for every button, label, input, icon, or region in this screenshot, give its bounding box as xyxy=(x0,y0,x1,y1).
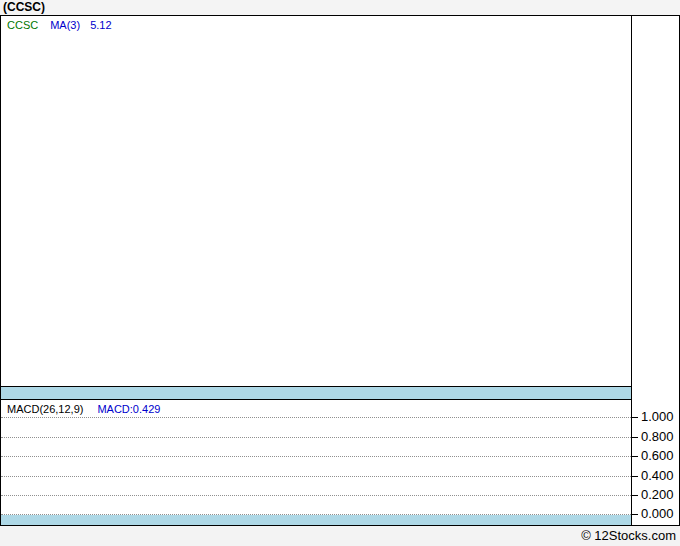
y-axis-tick-label: 0.400 xyxy=(641,469,674,483)
ma-label: MA(3) xyxy=(50,19,80,31)
macd-gridline-0.600 xyxy=(1,456,631,457)
macd-value-label: MACD:0.429 xyxy=(97,403,160,415)
y-axis-tick-label: 0.200 xyxy=(641,488,674,502)
macd-gridline-0.400 xyxy=(1,476,631,477)
macd-params-label: MACD(26,12,9) xyxy=(7,403,83,415)
stock-chart-page: (CCSC) CCSCMA(3)5.12 MACD(26,12,9)MACD:0… xyxy=(0,0,680,546)
macd-gridline-0.800 xyxy=(1,437,631,438)
y-axis-tick xyxy=(632,417,638,418)
panel-separator-band-top xyxy=(1,386,631,400)
y-axis-tick-label: 0.000 xyxy=(641,507,674,521)
y-axis-tick xyxy=(632,476,638,477)
macd-legend: MACD(26,12,9)MACD:0.429 xyxy=(7,403,160,415)
y-axis-tick xyxy=(632,437,638,438)
ticker-symbol-label: CCSC xyxy=(7,19,38,31)
panel-separator-band-bottom xyxy=(1,515,631,525)
y-axis-tick xyxy=(632,514,638,515)
ma-value: 5.12 xyxy=(90,19,111,31)
y-axis-tick-label: 1.000 xyxy=(641,410,674,424)
page-title: (CCSC) xyxy=(3,0,45,15)
y-axis-line xyxy=(631,16,632,525)
y-axis-tick xyxy=(632,456,638,457)
chart-frame: CCSCMA(3)5.12 MACD(26,12,9)MACD:0.429 1.… xyxy=(0,15,680,526)
y-axis-tick-label: 0.800 xyxy=(641,430,674,444)
macd-gridline-0.200 xyxy=(1,495,631,496)
y-axis-tick-label: 0.600 xyxy=(641,449,674,463)
price-legend: CCSCMA(3)5.12 xyxy=(7,19,112,31)
y-axis-tick xyxy=(632,495,638,496)
branding-credit: © 12Stocks.com xyxy=(581,528,676,543)
macd-gridline-1.000 xyxy=(1,417,631,418)
footer: © 12Stocks.com xyxy=(0,526,680,546)
